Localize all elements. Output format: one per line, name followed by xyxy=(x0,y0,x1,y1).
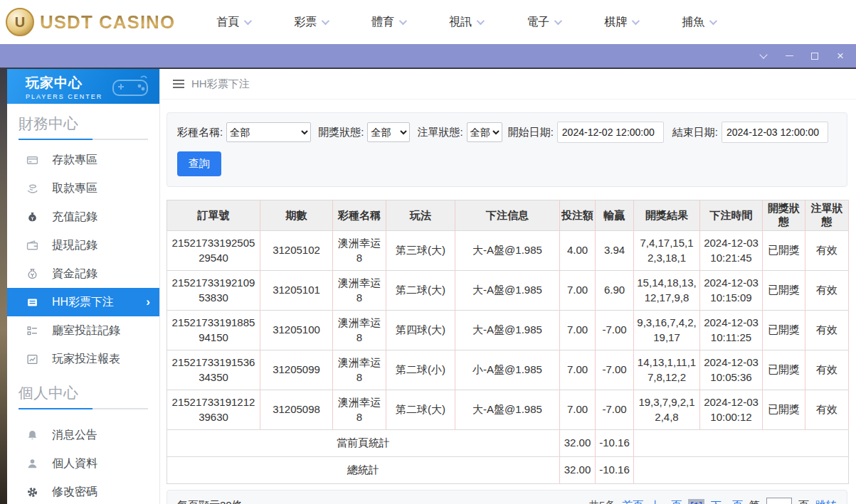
table-cell: 7.00 xyxy=(560,390,596,430)
table-cell: 3.94 xyxy=(596,231,634,271)
sidebar-header: 玩家中心 PLAYERS CENTER xyxy=(7,69,159,104)
table-cell: 2024-12-03 10:21:45 xyxy=(700,231,763,271)
end-date-input[interactable] xyxy=(722,122,828,143)
nav-item-lottery[interactable]: 彩票 xyxy=(294,15,327,30)
deposit-card-icon xyxy=(26,154,38,166)
table-cell: 第二球(大) xyxy=(386,390,455,430)
table-cell: 有效 xyxy=(805,311,849,350)
total-count: 共5条 xyxy=(588,499,615,504)
table-row: 215217331925052954031205102澳洲幸运8第三球(大)大-… xyxy=(167,231,849,271)
first-page-link[interactable]: 首页 xyxy=(622,499,643,504)
filter-panel: 彩種名稱: 全部 開獎狀態: 全部 注單狀態: 全部 開始日期: 結束日期: 查… xyxy=(167,112,847,187)
sidebar-item-profile[interactable]: 個人資料 xyxy=(7,449,159,478)
nav-item-label: 捕魚 xyxy=(682,15,704,30)
chevron-down-icon xyxy=(632,17,640,25)
table-cell: 2152173319153634350 xyxy=(167,350,260,390)
gamepad-icon xyxy=(112,75,149,99)
bets-table: 訂單號期數彩種名稱玩法下注信息投注額輸贏開獎結果下注時間開獎狀態注單狀態 215… xyxy=(167,200,849,484)
start-date-input[interactable] xyxy=(557,122,664,143)
main-nav: 首頁彩票體育視訊電子棋牌捕魚 xyxy=(216,15,715,30)
sidebar-item-player-bet-report[interactable]: 玩家投注報表 xyxy=(7,345,159,373)
minimize-icon[interactable] xyxy=(783,50,795,62)
table-cell: 已開獎 xyxy=(763,311,805,350)
current-page[interactable]: [1] xyxy=(688,499,704,504)
sidebar-item-label: 資金記錄 xyxy=(52,267,97,282)
checklist-icon xyxy=(26,325,38,337)
chevron-right-icon: › xyxy=(146,295,150,309)
logo[interactable]: U USDT CASINO xyxy=(6,8,175,36)
summary-row: 當前頁統計32.00-10.16 xyxy=(167,430,849,457)
start-date-label: 開始日期: xyxy=(508,126,554,139)
table-cell: 2152173319121239630 xyxy=(167,390,260,430)
page-size-text: 每頁顯示20條 xyxy=(177,499,243,504)
summary-bet-total: 32.00 xyxy=(560,430,596,457)
search-button[interactable]: 查詢 xyxy=(177,151,221,176)
maximize-icon[interactable] xyxy=(809,50,820,62)
wallet-icon xyxy=(26,240,38,252)
chevron-down-icon xyxy=(554,17,562,25)
nav-item-slots[interactable]: 電子 xyxy=(527,15,560,30)
table-cell: 澳洲幸运8 xyxy=(333,271,386,311)
nav-item-board-games[interactable]: 棋牌 xyxy=(604,15,638,30)
sidebar-item-recharge-record[interactable]: 充值記錄 xyxy=(7,203,159,231)
sidebar-item-withdrawal-record[interactable]: 提現記錄 xyxy=(7,231,159,259)
nav-item-live-video[interactable]: 視訊 xyxy=(449,15,482,30)
table-cell: 第三球(大) xyxy=(386,231,455,271)
table-cell: -7.00 xyxy=(596,350,634,390)
order-status-select[interactable]: 全部 xyxy=(467,122,502,142)
page-number-input[interactable] xyxy=(766,498,792,504)
table-cell: 9,3,16,7,4,2,19,17 xyxy=(634,311,700,350)
column-header: 開獎結果 xyxy=(634,200,700,231)
sidebar-item-deposit[interactable]: 存款專區 xyxy=(7,146,159,174)
sidebar-item-withdraw[interactable]: 取款專區 xyxy=(7,174,159,203)
table-row: 215217331918859415031205100澳洲幸运8第四球(大)大-… xyxy=(167,311,849,350)
summary-label: 當前頁統計 xyxy=(167,430,560,457)
withdraw-hand-icon xyxy=(26,183,38,195)
sidebar-item-room-bet-record[interactable]: 廳室投註記錄 xyxy=(7,316,159,345)
chevron-down-icon[interactable] xyxy=(758,50,769,62)
sidebar-item-label: 消息公告 xyxy=(52,428,97,443)
summary-row: 總統計32.00-10.16 xyxy=(167,457,849,484)
prev-page-link[interactable]: 上一页 xyxy=(650,499,682,504)
table-cell: 15,14,18,13,12,17,9,8 xyxy=(634,271,700,311)
sidebar-item-announcements[interactable]: 消息公告 xyxy=(7,421,159,449)
jump-link[interactable]: 跳转 xyxy=(815,499,837,504)
table-cell: 已開獎 xyxy=(763,390,805,430)
nav-item-label: 視訊 xyxy=(449,15,472,30)
chevron-down-icon xyxy=(322,17,329,25)
coin-record-icon xyxy=(26,268,38,280)
draw-status-label: 開獎狀態: xyxy=(318,126,364,139)
next-page-link[interactable]: 下一页 xyxy=(711,499,743,504)
breadcrumb: HH彩票下注 xyxy=(160,69,856,100)
hamburger-menu-icon[interactable] xyxy=(173,80,184,88)
sidebar: 玩家中心 PLAYERS CENTER 財務中心 存款專區 xyxy=(7,69,159,504)
section-finance-center: 財務中心 xyxy=(7,104,159,134)
table-cell: 第二球(小) xyxy=(386,350,455,390)
pagination: 共5条 首页 上一页 [1] 下一页 第 页 跳转 xyxy=(588,498,837,504)
column-header: 彩種名稱 xyxy=(333,200,386,231)
column-header: 期數 xyxy=(260,200,333,231)
draw-status-select[interactable]: 全部 xyxy=(367,122,410,142)
close-icon[interactable]: × xyxy=(835,50,846,62)
table-row: 215217331912123963031205098澳洲幸运8第二球(大)大-… xyxy=(167,390,849,430)
sidebar-item-funds-record[interactable]: 資金記錄 xyxy=(7,259,159,288)
table-cell: 已開獎 xyxy=(763,271,805,311)
table-cell: 大-A盤@1.985 xyxy=(455,311,560,350)
table-body: 215217331925052954031205102澳洲幸运8第三球(大)大-… xyxy=(167,231,849,484)
summary-empty-cell xyxy=(634,430,849,457)
table-header-row: 訂單號期數彩種名稱玩法下注信息投注額輸贏開獎結果下注時間開獎狀態注單狀態 xyxy=(167,200,849,231)
table-cell: 14,13,1,11,17,8,12,2 xyxy=(634,350,700,390)
table-cell: 澳洲幸运8 xyxy=(333,390,386,430)
top-navigation-bar: U USDT CASINO 首頁彩票體育視訊電子棋牌捕魚 xyxy=(0,0,856,44)
window-title-bar: × xyxy=(0,44,856,68)
lottery-name-select[interactable]: 全部 xyxy=(226,122,311,142)
nav-item-sports[interactable]: 體育 xyxy=(371,15,405,30)
table-cell: -7.00 xyxy=(596,390,634,430)
section-divider xyxy=(19,408,148,409)
nav-item-fishing[interactable]: 捕魚 xyxy=(682,15,715,30)
summary-empty-cell xyxy=(634,457,849,484)
nav-item-home[interactable]: 首頁 xyxy=(216,15,250,30)
sidebar-item-hh-lottery-bets[interactable]: HH彩票下注 › xyxy=(7,288,159,316)
sidebar-item-change-password[interactable]: 修改密碼 xyxy=(7,478,159,504)
table-cell: 第二球(大) xyxy=(386,271,455,311)
